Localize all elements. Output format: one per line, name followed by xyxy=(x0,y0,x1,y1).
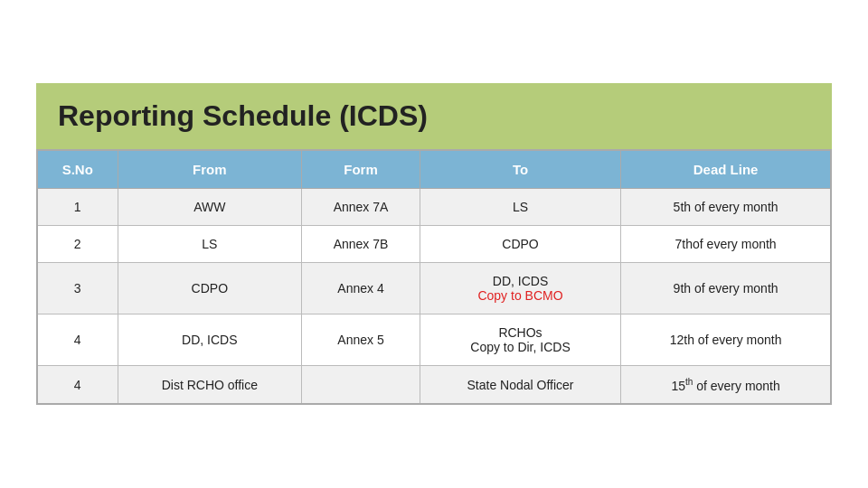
col-header-sno: S.No xyxy=(37,150,118,189)
cell-to: LS xyxy=(420,188,620,225)
table-row: 4DD, ICDSAnnex 5RCHOsCopy to Dir, ICDS12… xyxy=(37,314,831,365)
table-header-row: S.No From Form To Dead Line xyxy=(37,150,831,189)
col-header-to: To xyxy=(420,150,620,189)
title-box: Reporting Schedule (ICDS) xyxy=(36,83,832,149)
cell-sno: 3 xyxy=(37,262,118,314)
cell-sno: 4 xyxy=(37,314,118,365)
table-row: 2LSAnnex 7BCDPO7thof every month xyxy=(37,225,831,262)
cell-sno: 4 xyxy=(37,365,118,404)
cell-deadline: 9th of every month xyxy=(621,262,831,314)
cell-from: LS xyxy=(118,225,302,262)
table-row: 4Dist RCHO officeState Nodal Officer15th… xyxy=(37,365,831,404)
col-header-deadline: Dead Line xyxy=(621,150,831,189)
cell-to: RCHOsCopy to Dir, ICDS xyxy=(420,314,620,365)
cell-to: CDPO xyxy=(420,225,620,262)
table-row: 1AWWAnnex 7ALS5th of every month xyxy=(37,188,831,225)
schedule-table: S.No From Form To Dead Line 1AWWAnnex 7A… xyxy=(36,149,832,406)
cell-to: State Nodal Officer xyxy=(420,365,620,404)
cell-form: Annex 5 xyxy=(302,314,420,365)
cell-sno: 2 xyxy=(37,225,118,262)
cell-deadline: 15th of every month xyxy=(621,365,831,404)
cell-deadline: 12th of every month xyxy=(621,314,831,365)
cell-from: Dist RCHO office xyxy=(118,365,302,404)
cell-from: AWW xyxy=(118,188,302,225)
cell-from: CDPO xyxy=(118,262,302,314)
cell-form xyxy=(302,365,420,404)
cell-from: DD, ICDS xyxy=(118,314,302,365)
cell-sno: 1 xyxy=(37,188,118,225)
col-header-from: From xyxy=(118,150,302,189)
cell-deadline: 7thof every month xyxy=(621,225,831,262)
cell-deadline: 5th of every month xyxy=(621,188,831,225)
table-row: 3CDPOAnnex 4DD, ICDSCopy to BCMO9th of e… xyxy=(37,262,831,314)
col-header-form: Form xyxy=(302,150,420,189)
cell-form: Annex 4 xyxy=(302,262,420,314)
cell-form: Annex 7A xyxy=(302,188,420,225)
main-container: Reporting Schedule (ICDS) S.No From Form… xyxy=(36,83,832,406)
table-body: 1AWWAnnex 7ALS5th of every month2LSAnnex… xyxy=(37,188,831,404)
cell-to: DD, ICDSCopy to BCMO xyxy=(420,262,620,314)
cell-form: Annex 7B xyxy=(302,225,420,262)
page-title: Reporting Schedule (ICDS) xyxy=(58,99,810,133)
